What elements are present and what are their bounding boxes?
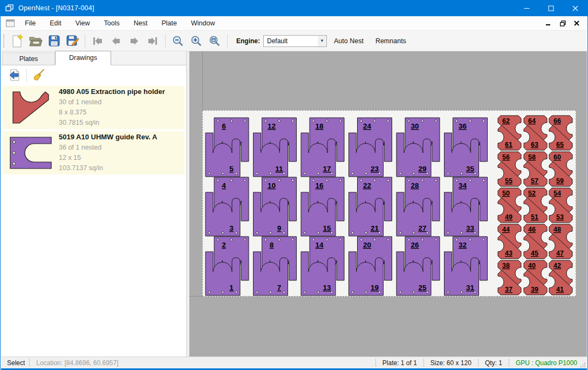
nested-part-pair[interactable]: 2625	[396, 237, 440, 295]
part-number: 63	[531, 141, 538, 149]
nested-part-pair[interactable]: 3635	[445, 118, 488, 177]
nav-prev-icon	[111, 37, 121, 45]
nested-part-pair[interactable]: 4039	[524, 260, 547, 295]
toolbar-grip[interactable]	[3, 35, 5, 48]
zoom-fit-button[interactable]	[206, 33, 224, 49]
part-number: 40	[528, 262, 536, 270]
part-number: 23	[371, 165, 379, 173]
nested-part-pair[interactable]: 2019	[349, 237, 392, 295]
resize-grip-icon	[580, 362, 586, 367]
nested-part-pair[interactable]: 21	[206, 237, 249, 295]
plate[interactable]: 6512111817242330293635431091615222128273…	[202, 110, 576, 297]
menu-bar: FileEditViewToolsNestPlateWindow	[1, 16, 587, 31]
child-minimize-button[interactable]	[543, 18, 555, 29]
save-button[interactable]	[45, 33, 63, 49]
part-number: 7	[277, 284, 282, 292]
nested-part-pair[interactable]: 1615	[301, 177, 344, 236]
import-drawing-button[interactable]	[6, 68, 23, 83]
part-number: 3	[229, 224, 234, 232]
nested-part-pair[interactable]: 87	[254, 237, 297, 295]
nested-part-pair[interactable]: 5453	[549, 188, 572, 223]
nested-part-pair[interactable]: 5251	[524, 188, 547, 223]
menu-item-tools[interactable]: Tools	[97, 16, 127, 30]
drawing-info: 4980 A05 Extraction pipe holder30 of 1 n…	[59, 88, 184, 128]
nested-part-pair[interactable]: 65	[206, 118, 249, 177]
nested-part-pair[interactable]: 4847	[549, 224, 572, 259]
nested-part-pair[interactable]: 4443	[498, 224, 521, 259]
zoom-in-button[interactable]	[187, 33, 206, 49]
part-number: 32	[459, 241, 467, 249]
maximize-button[interactable]	[539, 0, 563, 16]
nested-part-pair[interactable]: 6463	[524, 116, 547, 150]
child-restore-button[interactable]	[557, 18, 569, 29]
tab-drawings[interactable]: Drawings	[55, 51, 111, 65]
nested-part-pair[interactable]: 43	[206, 177, 249, 236]
menu-item-file[interactable]: File	[18, 16, 43, 30]
part-number: 30	[411, 122, 419, 130]
resize-grip[interactable]	[579, 357, 587, 368]
menu-item-edit[interactable]: Edit	[43, 16, 69, 30]
nav-prev-button[interactable]	[107, 33, 125, 49]
part-number: 51	[531, 213, 538, 221]
save-as-button[interactable]	[63, 33, 81, 49]
nested-part-pair[interactable]: 6059	[549, 152, 572, 186]
nested-part-pair[interactable]: 4645	[524, 224, 547, 259]
auto-nest-button[interactable]: Auto Nest	[329, 34, 368, 48]
part-number: 25	[418, 284, 427, 292]
nested-part-pair[interactable]: 1413	[301, 237, 344, 295]
drawing-area: 103.7137 sq/in	[59, 163, 184, 173]
nav-first-button[interactable]	[88, 33, 107, 49]
nav-next-button[interactable]	[125, 33, 143, 49]
chevron-down-icon[interactable]: ▼	[318, 36, 326, 46]
nested-part-pair[interactable]: 2423	[349, 118, 392, 177]
part-number: 33	[466, 224, 475, 232]
drawing-item[interactable]: 4980 A05 Extraction pipe holder30 of 1 n…	[3, 86, 184, 129]
nested-part-pair[interactable]: 5857	[524, 152, 547, 186]
engine-label: Engine:	[236, 37, 260, 45]
drawing-nested-count: 36 of 1 nested	[59, 143, 184, 153]
clear-drawings-button[interactable]	[31, 68, 47, 83]
nav-last-button[interactable]	[143, 33, 162, 49]
nested-part-pair[interactable]: 109	[254, 177, 297, 236]
nested-part-pair[interactable]: 3837	[498, 260, 521, 295]
minimize-button[interactable]	[515, 0, 539, 16]
engine-value: Default	[264, 37, 318, 45]
child-close-icon	[574, 21, 579, 26]
menu-item-nest[interactable]: Nest	[127, 16, 155, 30]
nested-part-pair[interactable]: 3231	[445, 237, 488, 295]
nested-part-pair[interactable]: 2221	[349, 177, 392, 236]
nested-part-pair[interactable]: 2827	[396, 177, 440, 236]
new-button[interactable]	[8, 33, 26, 49]
nested-part-pair[interactable]: 3433	[445, 177, 488, 236]
nested-part-pair[interactable]: 4241	[549, 260, 572, 295]
open-button[interactable]	[26, 33, 45, 49]
nested-part-pair[interactable]: 5049	[498, 188, 521, 223]
nested-part-pair[interactable]: 6665	[549, 116, 572, 150]
nested-part-pair[interactable]: 3029	[396, 118, 440, 177]
part-number: 43	[505, 250, 512, 257]
nested-part-pair[interactable]: 1817	[301, 118, 344, 177]
nest-canvas[interactable]: 6512111817242330293635431091615222128273…	[189, 51, 587, 356]
nested-part-pair[interactable]: 5655	[498, 152, 521, 186]
zoom-out-button[interactable]	[169, 33, 187, 49]
tab-plates[interactable]: Plates	[2, 52, 55, 65]
mode-status: Select	[1, 359, 25, 367]
nested-part-pair[interactable]: 6261	[498, 116, 521, 150]
drawing-item[interactable]: 5019 A10 UHMW guide Rev. A36 of 1 nested…	[3, 131, 184, 174]
zoom-in-icon	[190, 35, 202, 47]
remnants-button[interactable]: Remnants	[371, 34, 411, 48]
menu-item-view[interactable]: View	[69, 16, 97, 30]
part-number: 39	[531, 286, 538, 293]
menu-item-plate[interactable]: Plate	[154, 16, 184, 30]
statusbar-separator	[29, 359, 30, 367]
part-number: 37	[505, 286, 512, 293]
engine-combobox[interactable]: Default ▼	[263, 35, 327, 47]
menu-item-window[interactable]: Window	[184, 16, 222, 30]
child-close-button[interactable]	[571, 18, 583, 29]
part-number: 9	[277, 224, 282, 232]
close-button[interactable]	[563, 0, 587, 16]
child-minimize-icon	[546, 21, 551, 26]
part-number: 38	[502, 262, 510, 270]
nested-part-pair[interactable]: 1211	[254, 118, 297, 177]
part-number: 56	[502, 153, 510, 161]
